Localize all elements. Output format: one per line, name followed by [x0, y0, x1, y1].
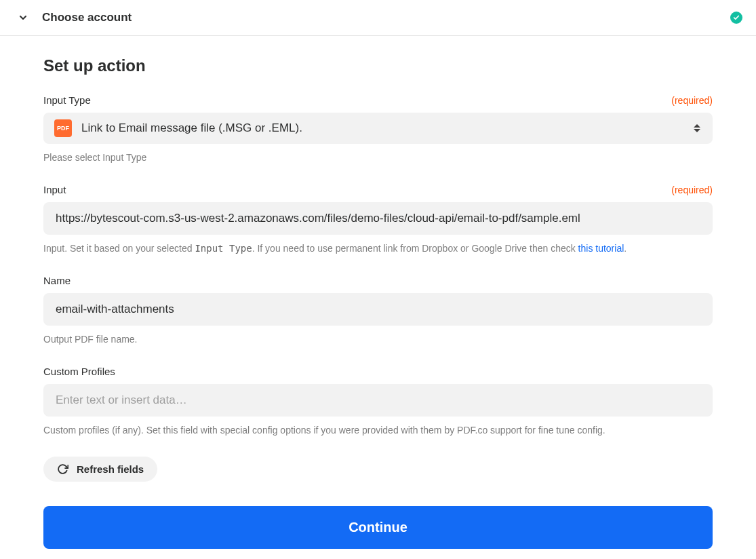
- custom-profiles-label: Custom Profiles: [43, 366, 115, 377]
- input-type-field-group: Input Type (required) PDF Link to Email …: [43, 94, 713, 165]
- choose-account-header[interactable]: Choose account: [0, 0, 756, 36]
- input-field[interactable]: https://bytescout-com.s3-us-west-2.amazo…: [43, 202, 713, 235]
- select-caret-icon: [694, 123, 702, 134]
- input-helper: Input. Set it based on your selected Inp…: [43, 242, 713, 256]
- refresh-icon: [57, 463, 68, 475]
- custom-profiles-helper: Custom profiles (if any). Set this field…: [43, 423, 713, 438]
- refresh-label: Refresh fields: [77, 463, 144, 475]
- custom-profiles-field[interactable]: Enter text or insert data…: [43, 384, 713, 417]
- name-label: Name: [43, 275, 71, 286]
- input-field-group: Input (required) https://bytescout-com.s…: [43, 184, 713, 256]
- required-tag: (required): [671, 95, 713, 106]
- pdf-icon: PDF: [54, 119, 72, 137]
- name-value: email-with-attachments: [56, 303, 700, 316]
- tutorial-link[interactable]: this tutorial: [578, 243, 624, 254]
- header-title: Choose account: [42, 11, 132, 24]
- setup-action-section: Set up action Input Type (required) PDF …: [0, 36, 756, 559]
- custom-profiles-placeholder: Enter text or insert data…: [56, 393, 700, 407]
- input-label: Input: [43, 184, 66, 195]
- custom-profiles-field-group: Custom Profiles Enter text or insert dat…: [43, 366, 713, 438]
- chevron-down-icon: [16, 11, 30, 24]
- input-type-helper: Please select Input Type: [43, 151, 713, 165]
- continue-button[interactable]: Continue: [43, 506, 713, 549]
- refresh-fields-button[interactable]: Refresh fields: [43, 457, 157, 482]
- name-helper: Output PDF file name.: [43, 332, 713, 347]
- input-value: https://bytescout-com.s3-us-west-2.amazo…: [56, 212, 700, 225]
- input-type-value: Link to Email message file (.MSG or .EML…: [81, 121, 694, 135]
- required-tag: (required): [671, 185, 713, 195]
- name-field[interactable]: email-with-attachments: [43, 293, 713, 326]
- name-field-group: Name email-with-attachments Output PDF f…: [43, 275, 713, 347]
- input-type-select[interactable]: PDF Link to Email message file (.MSG or …: [43, 113, 713, 144]
- input-type-label: Input Type: [43, 94, 91, 106]
- section-title: Set up action: [43, 56, 713, 75]
- check-icon: [730, 12, 742, 24]
